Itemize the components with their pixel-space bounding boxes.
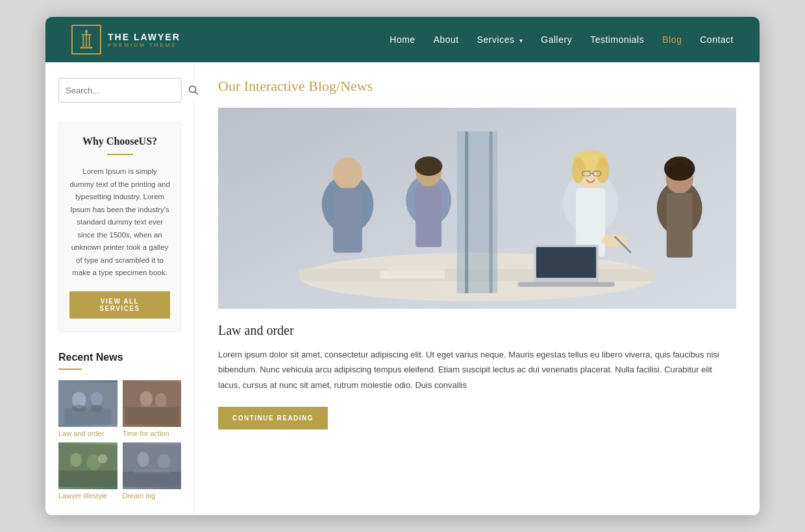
article-title: Law and order: [218, 323, 736, 338]
news-item-4-label: Dream big: [123, 492, 182, 500]
svg-rect-39: [333, 188, 362, 253]
article-body: Lorem ipsum dolor sit amet, consectetur …: [218, 347, 736, 393]
recent-news-section: Recent News: [58, 352, 181, 500]
why-choose-title: Why ChooseUS?: [69, 136, 170, 147]
logo-subtitle: PREMIUM THEME: [108, 42, 180, 48]
news-item-3-label: Lawyer lifestyle: [58, 492, 118, 500]
continue-reading-button[interactable]: CONTINUE READING: [218, 407, 328, 429]
svg-rect-18: [125, 407, 178, 424]
blog-heading: Our Interactive Blog/News: [218, 78, 736, 95]
search-input[interactable]: [59, 82, 181, 99]
services-dropdown-arrow: ▾: [519, 37, 523, 44]
svg-rect-1: [81, 34, 91, 36]
svg-point-47: [572, 157, 585, 183]
svg-point-27: [157, 454, 170, 468]
news-grid-row2: Lawyer lifestyle Dream bi: [58, 442, 181, 500]
svg-rect-57: [667, 193, 693, 258]
why-choose-box: Why ChooseUS? Lorem Ipsum is simply dumm…: [58, 122, 181, 332]
nav-link-services[interactable]: Services ▾: [477, 34, 523, 45]
svg-point-13: [72, 405, 86, 412]
recent-news-divider: [58, 369, 82, 370]
news-thumb-1: [58, 380, 118, 427]
svg-rect-36: [489, 132, 493, 293]
svg-point-24: [98, 454, 107, 463]
logo[interactable]: THE LAWYER PREMIUM THEME: [71, 25, 180, 54]
svg-point-11: [91, 392, 103, 406]
featured-image: [218, 108, 736, 309]
news-item-1-label: Law and order: [58, 429, 118, 437]
news-thumb-3: [58, 442, 118, 489]
svg-point-14: [91, 405, 103, 412]
browser-window: THE LAWYER PREMIUM THEME Home About Serv…: [45, 17, 760, 515]
svg-point-56: [664, 156, 695, 180]
recent-news-title: Recent News: [58, 352, 181, 363]
nav-item-testimonials[interactable]: Testimonials: [590, 34, 644, 45]
nav-item-gallery[interactable]: Gallery: [541, 34, 572, 45]
nav-link-blog[interactable]: Blog: [662, 34, 682, 45]
news-item-2-label: Time for action: [123, 429, 182, 437]
logo-icon: [71, 25, 101, 54]
nav-item-about[interactable]: About: [434, 34, 459, 45]
nav-link-home[interactable]: Home: [390, 34, 415, 45]
nav-links: Home About Services ▾ Gallery Testimonia…: [390, 34, 734, 45]
nav-item-blog[interactable]: Blog: [662, 34, 682, 45]
svg-point-16: [140, 391, 153, 407]
svg-rect-28: [123, 472, 182, 487]
news-thumb-2: [123, 380, 182, 427]
why-choose-text: Lorem Ipsum is simply dummy text of the …: [69, 165, 170, 280]
svg-point-48: [596, 157, 609, 183]
svg-marker-6: [84, 29, 88, 32]
news-item-4[interactable]: Dream big: [123, 442, 182, 500]
nav-link-testimonials[interactable]: Testimonials: [590, 34, 644, 45]
main-blog: Our Interactive Blog/News: [195, 62, 760, 515]
nav-link-about[interactable]: About: [434, 34, 459, 45]
nav-bar: THE LAWYER PREMIUM THEME Home About Serv…: [45, 17, 760, 62]
why-choose-divider: [107, 154, 133, 155]
nav-link-gallery[interactable]: Gallery: [541, 34, 572, 45]
svg-rect-35: [465, 132, 468, 293]
svg-rect-59: [536, 247, 596, 278]
svg-rect-23: [58, 470, 118, 487]
news-grid-row1: Law and order Time for ac: [58, 380, 181, 437]
svg-rect-62: [388, 267, 445, 275]
nav-link-contact[interactable]: Contact: [700, 34, 734, 45]
svg-rect-4: [89, 35, 90, 47]
svg-rect-43: [415, 186, 441, 247]
svg-rect-60: [517, 282, 615, 286]
logo-text: THE LAWYER PREMIUM THEME: [108, 32, 180, 48]
logo-title: THE LAWYER: [108, 32, 180, 42]
news-item-1[interactable]: Law and order: [58, 380, 118, 437]
nav-item-home[interactable]: Home: [390, 34, 415, 45]
svg-rect-19: [137, 405, 166, 407]
svg-rect-2: [80, 47, 93, 48]
svg-point-42: [415, 156, 442, 176]
nav-item-contact[interactable]: Contact: [700, 34, 734, 45]
nav-item-services[interactable]: Services ▾: [477, 34, 523, 45]
view-all-services-button[interactable]: VIEW ALL SERVICES: [69, 291, 170, 319]
svg-rect-12: [64, 408, 111, 424]
news-thumb-4: [123, 442, 182, 489]
svg-rect-29: [134, 469, 169, 472]
news-item-2[interactable]: Time for action: [123, 380, 182, 437]
search-box[interactable]: [58, 78, 181, 103]
svg-point-38: [333, 157, 362, 189]
svg-point-26: [137, 452, 149, 467]
sidebar: Why ChooseUS? Lorem Ipsum is simply dumm…: [45, 62, 195, 515]
content-area: Why ChooseUS? Lorem Ipsum is simply dumm…: [45, 62, 760, 515]
news-item-3[interactable]: Lawyer lifestyle: [58, 442, 118, 500]
svg-point-21: [70, 453, 82, 467]
svg-rect-3: [82, 35, 84, 47]
